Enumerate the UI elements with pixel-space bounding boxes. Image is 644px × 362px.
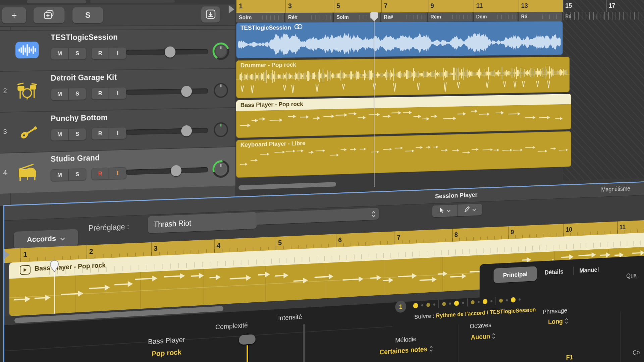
chord-cell[interactable]: Dom [474,12,518,21]
volume-slider[interactable] [126,128,208,135]
bar-number: 5 [278,239,282,247]
chord-cell[interactable]: Ré [519,12,562,21]
pattern-dot [442,302,446,306]
track-import-button[interactable] [201,6,220,22]
region-keyboard-player[interactable]: Keyboard Player - Libre [236,131,571,178]
chord-cell[interactable]: Rém [428,12,473,22]
mute-button[interactable]: M [51,88,68,101]
input-monitor-button[interactable]: I [109,47,126,59]
record-enable-button[interactable]: R [92,127,109,140]
input-monitor-button[interactable]: I [109,167,126,179]
grand-piano-icon [15,162,40,183]
timeline-area: 1 3 5 7 9 11 13 15 17 19 Solm Ré# Solm R… [236,0,644,197]
dot-separator [495,297,496,305]
top-strip-control [90,0,175,3]
track-row-punchy-bottom[interactable]: 3 Punchy Bottom M S R I [0,107,236,153]
solo-button[interactable]: S [68,48,86,60]
horizontal-scrollbar[interactable] [238,182,336,190]
bar-number: 7 [397,233,400,242]
octaves-value[interactable]: Aucun [471,332,496,342]
volume-thumb[interactable] [181,86,192,97]
input-monitor-button[interactable]: I [109,127,126,139]
pattern-dot [413,303,418,308]
pattern-dot [471,300,475,304]
preset-label: Préréglage : [89,222,129,233]
pattern-dot [506,299,508,301]
clipped-label-quantize: Qua [626,272,637,279]
bar-ruler-after-end[interactable]: 15 17 19 [563,0,644,12]
track-number: 3 [1,128,9,136]
track-name[interactable]: Studio Grand [51,154,100,164]
region-drummer[interactable]: Drummer - Pop rock [236,57,570,98]
add-track-button[interactable]: + [2,7,26,23]
note-value[interactable]: F1 [566,353,573,362]
pencil-tool-menu[interactable] [457,203,482,216]
record-enable-button[interactable]: R [92,47,109,59]
track-row-detroit-garage-kit[interactable]: 2 Detroit Garage Kit M S R I [0,68,236,112]
duplicate-track-button[interactable] [34,7,65,23]
tab-details[interactable]: Détails [545,268,564,276]
track-row-studio-grand[interactable]: 4 Studio Grand M S R I [0,146,236,194]
track-name[interactable]: TESTlogicSession [51,33,118,42]
pattern-dot [454,300,459,306]
chord-cell[interactable]: Ré# [381,12,427,22]
mute-button[interactable]: M [51,169,68,181]
waveform [238,107,569,136]
bar-number: 3 [288,2,292,10]
pattern-dot [449,302,451,305]
chevron-down-icon [446,208,450,214]
pan-knob[interactable] [212,81,230,100]
top-strip-control [27,0,86,3]
solo-button[interactable]: S [68,128,86,140]
complexity-slider-handle[interactable] [239,334,256,345]
tab-principal[interactable]: Principal [494,266,537,283]
pattern-dot [478,301,480,303]
top-strip [0,0,236,5]
volume-slider[interactable] [126,49,208,55]
volume-slider[interactable] [126,88,208,95]
track-row-testlogicsession[interactable]: TESTlogicSession M S R I [0,29,236,71]
mute-button[interactable]: M [51,48,68,60]
solo-button[interactable]: S [68,168,86,181]
snap-menu[interactable]: Magnétisme [601,185,630,193]
region-bass-player[interactable]: Bass Player - Pop rock [236,94,571,138]
region-label: Drummer - Pop rock [240,61,296,69]
chevron-down-icon [472,207,476,213]
bar-ruler[interactable]: 1 3 5 7 9 11 13 [236,0,563,13]
solo-mode-button[interactable]: S [72,7,103,23]
pan-knob[interactable] [212,120,230,139]
chord-cell[interactable]: Ré# [285,13,333,22]
volume-thumb[interactable] [181,125,192,137]
record-enable-button[interactable]: R [92,168,109,180]
region-audio-testlogicsession[interactable]: TESTlogicSession [236,21,563,58]
bar-number: 5 [336,2,340,10]
input-monitor-button[interactable]: I [109,87,126,99]
pan-knob[interactable] [212,42,230,61]
mute-button[interactable]: M [51,128,68,141]
phrasing-value[interactable]: Long [548,317,568,326]
pan-knob[interactable] [212,160,230,179]
pointer-tool-icon [439,207,444,215]
solo-button[interactable]: S [68,88,86,100]
intensity-slider[interactable] [303,324,305,362]
bar-number: 6 [338,236,342,244]
region-play-button[interactable] [20,265,31,275]
intensity-label: Intensité [278,313,302,322]
complexity-slider-fill [247,345,248,362]
record-enable-button[interactable]: R [92,87,109,100]
volume-thumb[interactable] [165,46,175,57]
volume-thumb[interactable] [171,165,181,176]
session-player-panel: Session Player Magnétisme Accords Prérég… [3,180,644,362]
tab-manuel[interactable]: Manuel [579,266,599,274]
octaves-label: Octaves [470,321,491,330]
editor-playhead-handle[interactable] [49,260,60,274]
pointer-tool-menu[interactable] [432,204,457,217]
pattern-dot [499,298,503,302]
bar-number: 8 [454,231,458,239]
preset-name-field[interactable] [148,212,257,233]
volume-slider[interactable] [126,167,208,175]
track-name[interactable]: Punchy Bottom [51,113,108,123]
track-name[interactable]: Detroit Garage Kit [51,73,117,82]
playhead[interactable] [374,12,375,187]
chord-cell[interactable]: Solm [236,13,285,22]
